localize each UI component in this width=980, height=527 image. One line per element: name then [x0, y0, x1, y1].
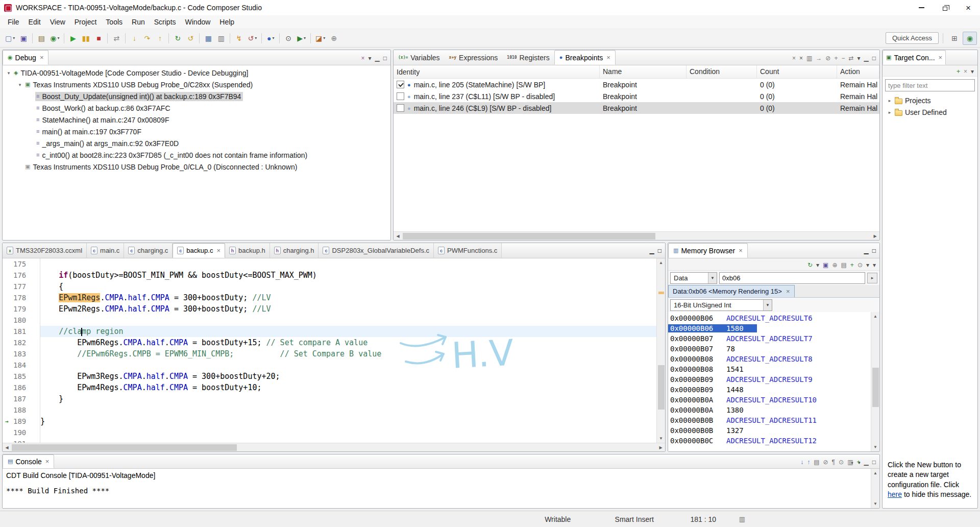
scroll-down-icon[interactable]: ▼ — [871, 499, 880, 508]
editor-tab-pwmfunctions.c[interactable]: cPWMFunctions.c — [434, 243, 502, 258]
menu-file[interactable]: File — [3, 16, 24, 28]
memory-row[interactable]: 0x00000B06ADCRESULT_ADCRESULT6 — [668, 313, 871, 323]
editor-tab-backup.h[interactable]: hbackup.h — [225, 243, 270, 258]
maximize-button[interactable]: □ — [872, 248, 876, 254]
gutter-row[interactable]: 181 — [3, 326, 40, 337]
memory-row[interactable]: 0x00000B081541 — [668, 364, 871, 374]
scroll-up-icon[interactable]: ▲ — [871, 312, 880, 321]
maximize-button[interactable]: □ — [872, 458, 876, 466]
editor-tab-charging.c[interactable]: ccharging.c — [124, 243, 173, 258]
insert-mode-status[interactable]: Smart Insert — [596, 515, 673, 523]
twisty-icon[interactable]: ▸ — [886, 98, 894, 103]
restart-button[interactable]: ↻ — [172, 32, 184, 45]
hscroll-thumb[interactable] — [403, 233, 655, 239]
menu-project[interactable]: Project — [70, 16, 102, 28]
code-line-191[interactable] — [40, 438, 656, 443]
go-to-file-button[interactable]: → — [816, 54, 822, 62]
memory-rendering-tab[interactable]: Data:0xb06 <Memory Rendering 15> × — [668, 285, 795, 297]
menu-tools[interactable]: Tools — [101, 16, 127, 28]
target-filter-input[interactable] — [885, 79, 975, 91]
layout-button[interactable]: ▾ — [866, 260, 869, 269]
pin-console-button[interactable]: ⊙ — [839, 458, 844, 466]
gutter-row[interactable]: 186 — [3, 382, 40, 393]
external-tools-button[interactable]: ▶▾ — [295, 32, 308, 45]
code-line-185[interactable]: EPwm3Regs.CMPA.half.CMPA = 300+boostDuty… — [40, 371, 656, 382]
new-target-config-button[interactable]: + — [957, 67, 960, 75]
maximize-button[interactable]: □ — [383, 54, 387, 62]
refresh-options-button[interactable]: ▾ — [816, 260, 819, 269]
hscroll-thumb[interactable] — [12, 444, 237, 451]
memory-row[interactable]: 0x00000B08ADCRESULT_ADCRESULT8 — [668, 354, 871, 364]
tab-memory-browser[interactable]: ▥ Memory Browser × — [668, 243, 748, 258]
build-button[interactable]: ▤ — [35, 32, 47, 45]
gutter-row[interactable]: 178 — [3, 292, 40, 303]
memory-row[interactable]: 0x00000B0778 — [668, 344, 871, 354]
skip-all-breakpoints-button[interactable]: ⊘ — [825, 54, 830, 62]
code-line-188[interactable] — [40, 404, 656, 416]
tab-variables[interactable]: (x)=Variables — [394, 50, 445, 65]
highlight-tool-button[interactable]: ◪▾ — [313, 32, 327, 45]
pin-button[interactable]: ⊕ — [328, 32, 340, 45]
refresh-memory-button[interactable]: ↻ — [807, 260, 813, 269]
gutter-row[interactable]: 187 — [3, 393, 40, 404]
editor-tab-main.c[interactable]: cmain.c — [87, 243, 124, 258]
flash-button[interactable]: ↯ — [233, 32, 245, 45]
window-restore-button[interactable] — [933, 0, 957, 15]
breakpoints-view-menu-button[interactable]: ▾ — [857, 54, 860, 62]
display-selected-console-button[interactable]: ▥▾ — [847, 458, 853, 466]
new-memory-tab-button[interactable]: + — [850, 260, 854, 269]
dropdown-arrow-icon[interactable]: ▾ — [255, 36, 257, 40]
gutter-row[interactable]: 184 — [3, 360, 40, 371]
debug-tree-item[interactable]: ▣Texas Instruments XDS110 USB Debug Prob… — [3, 161, 390, 173]
menu-run[interactable]: Run — [127, 16, 150, 28]
load-memory-button[interactable]: ⊕ — [832, 260, 837, 269]
editor-code[interactable]: if(boostDuty>=BOOST_MIN_PWM && boostDuty… — [40, 258, 656, 443]
scroll-down-icon[interactable]: ▼ — [871, 443, 880, 451]
tab-console[interactable]: ▤ Console × — [3, 454, 54, 468]
pin-memory-button[interactable]: ⊙ — [857, 260, 863, 269]
code-line-187[interactable]: } — [40, 393, 656, 404]
suspend-button[interactable]: ▮▮ — [80, 32, 92, 45]
gutter-row[interactable]: 183 — [3, 348, 40, 360]
breakpoint-row[interactable]: ●main.c, line 246 (C$L9) [S/W BP - disab… — [394, 102, 879, 114]
step-return-button[interactable]: ↑ — [154, 32, 166, 45]
target-view-menu-button[interactable]: ▾ — [971, 67, 974, 75]
code-line-179[interactable]: EPwm2Regs.CMPA.half.CMPA = 300+boostDuty… — [40, 303, 656, 315]
code-line-176[interactable]: if(boostDuty>=BOOST_MIN_PWM && boostDuty… — [40, 270, 656, 281]
gutter-row[interactable]: 180 — [3, 315, 40, 326]
breakpoint-enabled-checkbox[interactable] — [397, 81, 404, 88]
menu-window[interactable]: Window — [181, 16, 215, 28]
gutter-row[interactable]: 175 — [3, 258, 40, 270]
scroll-up-icon[interactable]: ▲ — [871, 469, 880, 477]
breakpoint-enabled-checkbox[interactable] — [397, 104, 404, 112]
target-tree-item-user-defined[interactable]: ▸User Defined — [883, 106, 977, 118]
column-header-action[interactable]: Action — [837, 65, 879, 78]
resume-button[interactable]: ▶ — [67, 32, 79, 45]
tab-expressions[interactable]: x+yExpressions — [445, 50, 503, 65]
column-header-count[interactable]: Count — [757, 65, 837, 78]
debug-tree-item[interactable]: ≡c_int00() at boot28.inc:223 0x3F7D85 (_… — [3, 149, 390, 161]
debug-tab-close-icon[interactable]: × — [40, 54, 44, 61]
column-header-condition[interactable]: Condition — [687, 65, 757, 78]
gutter-row[interactable]: 190 — [3, 427, 40, 438]
minimize-button[interactable]: ▁ — [650, 248, 654, 254]
debug-button[interactable]: ◉▾ — [48, 32, 61, 45]
memory-row[interactable]: 0x00000B0AADCRESULT_ADCRESULT10 — [668, 395, 871, 405]
twisty-icon[interactable]: ▾ — [16, 82, 24, 87]
console-output[interactable]: CDT Build Console [TIDA-00951-VoltageMod… — [3, 469, 871, 508]
code-line-178[interactable]: EPwm1Regs.CMPA.half.CMPA = 300+boostDuty… — [40, 292, 656, 303]
target-tab-close-icon[interactable]: × — [939, 54, 943, 61]
menu-scripts[interactable]: Scripts — [150, 16, 181, 28]
reset-cpu-button[interactable]: ↺▾ — [246, 32, 259, 45]
breakpoint-row[interactable]: ●main.c, line 237 (C$L11) [S/W BP - disa… — [394, 90, 879, 102]
gutter-row[interactable]: 191 — [3, 438, 40, 443]
scroll-up-icon[interactable]: ▲ — [657, 258, 666, 267]
gutter-row[interactable]: 179 — [3, 303, 40, 315]
minimize-button[interactable]: ▁ — [864, 248, 869, 254]
debug-tree-item[interactable]: ▾▣Texas Instruments XDS110 USB Debug Pro… — [3, 79, 390, 90]
breakpoint-enabled-checkbox[interactable] — [397, 92, 404, 100]
scroll-to-bottom-button[interactable]: ↓ — [800, 458, 803, 466]
console-vscrollbar[interactable]: ▲ ▼ — [871, 469, 879, 508]
debug-tree-item[interactable]: ≡StateMachine() at main.c:247 0x00809F — [3, 114, 390, 126]
debug-tree-item[interactable]: ≡Boost_Duty_Update(unsigned int)() at ba… — [3, 90, 390, 102]
